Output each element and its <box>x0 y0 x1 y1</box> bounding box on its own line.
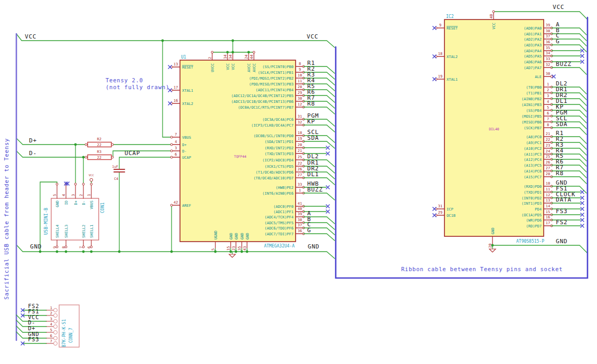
pin-name: UCAP <box>182 156 191 160</box>
pin-end-circle <box>111 156 113 158</box>
pin-name: D+ <box>182 143 186 147</box>
pin-name: ALE <box>535 75 542 79</box>
ic-ref: IC2 <box>446 14 454 19</box>
net-label-dplus: D+ <box>29 137 37 144</box>
pin-number: 18 <box>298 131 302 135</box>
pin-number: 6 <box>175 152 177 157</box>
pin-name: RESET <box>182 65 194 70</box>
pin-number: 28 <box>546 172 550 176</box>
pin-number: 3 <box>71 194 75 196</box>
junction-dot <box>65 251 68 253</box>
pin-name: GND <box>234 233 239 240</box>
pin-end-circle <box>170 204 173 206</box>
junction-dot <box>82 251 85 253</box>
pin-number: 13 <box>174 62 178 66</box>
pin-name: (AD4)PA4 <box>524 49 542 53</box>
pin-end-circle <box>54 325 58 329</box>
pin-name: (A11)PC3 <box>524 152 542 157</box>
pin-number: 36 <box>546 40 550 44</box>
pin-end-circle <box>82 183 84 185</box>
net-label: KP <box>307 118 315 125</box>
pin-number: 2 <box>79 194 83 196</box>
pin-number: 5 <box>211 248 215 251</box>
junction-dot <box>230 251 232 253</box>
pin-number: 29 <box>438 210 442 215</box>
pin-number: 4 <box>50 322 52 327</box>
pin-number: 1 <box>547 82 549 87</box>
junction-dot <box>226 51 229 54</box>
pin-name: (A8)PC0 <box>526 135 542 139</box>
pin-name: (AD6)PA6 <box>524 60 542 64</box>
pin-number: 34 <box>229 55 233 59</box>
pin-number: 8 <box>62 246 66 248</box>
conn7-ref: CONN_7 <box>69 328 73 343</box>
pin-number: 7 <box>175 132 177 137</box>
pin-number: 8 <box>547 123 549 127</box>
net-label-gnd-left: GND <box>30 243 42 250</box>
pin-number: 5 <box>547 106 549 110</box>
net-label: BUZZ <box>307 186 323 193</box>
schematic-canvas: U1ATMEGA32U4-ATQFP448(SS/PCINT0)PB0R19(S… <box>0 0 597 364</box>
pin-number: 2 <box>50 311 52 315</box>
pin-number: 32 <box>298 120 302 124</box>
junction-dot <box>90 251 93 253</box>
pin-number: 33 <box>546 57 550 61</box>
pin-name: (INT0)PD2 <box>522 196 542 200</box>
pin-number: 5 <box>50 328 52 332</box>
pin-name: SHELL3 <box>64 225 69 238</box>
junction-dot <box>214 251 217 253</box>
net-label: DATA <box>556 196 572 203</box>
resistor-ref-r2: R2 <box>97 137 101 141</box>
pin-name: SHELL2 <box>82 225 86 238</box>
junction-dot <box>232 51 234 54</box>
pin-number: 43 <box>243 246 247 251</box>
pin-name: XTAL2 <box>182 102 193 106</box>
pin-name: (HWB)PE2 <box>276 186 293 190</box>
pin-number: 24 <box>546 149 550 154</box>
ic-value: ATMEGA32U4-A <box>264 244 295 248</box>
pin-number: 26 <box>298 167 302 171</box>
pin-end-circle <box>54 314 58 318</box>
pin-name: GND <box>491 227 495 234</box>
junction-dot <box>39 251 42 253</box>
pin-end-circle <box>56 183 58 185</box>
pin-number: 25 <box>298 155 302 159</box>
pin-name: (ADC13/OC1B/OC4B/PCINT13)PB6 <box>231 100 293 104</box>
pin-end-circle <box>211 51 213 53</box>
pin-number: 40 <box>298 207 302 211</box>
pin-number: 21 <box>298 149 302 153</box>
junction-dot <box>246 251 249 253</box>
pin-name: UVCC <box>211 63 215 72</box>
pin-name: GND <box>229 233 233 240</box>
pin-end-circle <box>111 143 113 146</box>
pin-name: (PDI/MOSI/PCINT2)PB2 <box>249 76 293 81</box>
pin-name: (AD5)PA5 <box>524 54 542 59</box>
pin-name: (AD3)PA3 <box>524 43 542 47</box>
pin-name: (ADC0)PF0 <box>273 205 293 209</box>
pin-name: (OC0A/OC1C/RTS/PCINT7)PB7 <box>238 106 293 110</box>
pin-name: (AD0)PA0 <box>524 26 542 31</box>
pin-number: 7 <box>50 339 52 343</box>
pin-number: 19 <box>438 74 442 79</box>
pin-name: (RXD)PD0 <box>524 185 542 189</box>
usb-value: CON1 <box>100 203 105 213</box>
note-teensy-2: (not fully drawn) <box>106 84 169 90</box>
pin-name: OC1B <box>447 214 456 218</box>
pin-end-circle <box>54 331 58 334</box>
pin-name: (ICP3/CLK0/OC4A)PC7 <box>251 123 293 128</box>
junction-dot <box>162 40 164 42</box>
pin-end-circle <box>54 309 58 312</box>
pin-name: (ADC4/TCK)PF4 <box>264 215 293 219</box>
net-label-vcc-right: VCC <box>553 4 564 11</box>
pin-number: 1 <box>299 188 301 193</box>
net-label: FS3 <box>28 336 39 342</box>
pin-name: ICP <box>447 207 453 212</box>
pin-name: (A9)PC1 <box>526 141 542 145</box>
pin-name: (AIN0)PB2 <box>522 97 542 101</box>
pin-name: XTAL2 <box>447 55 458 59</box>
pin-end-circle <box>54 320 58 323</box>
pin-name: (SS)PB4 <box>526 109 542 113</box>
pin-number: 1 <box>87 194 91 196</box>
pin-name: VCC <box>492 23 496 30</box>
pin-number: 34 <box>546 51 550 55</box>
